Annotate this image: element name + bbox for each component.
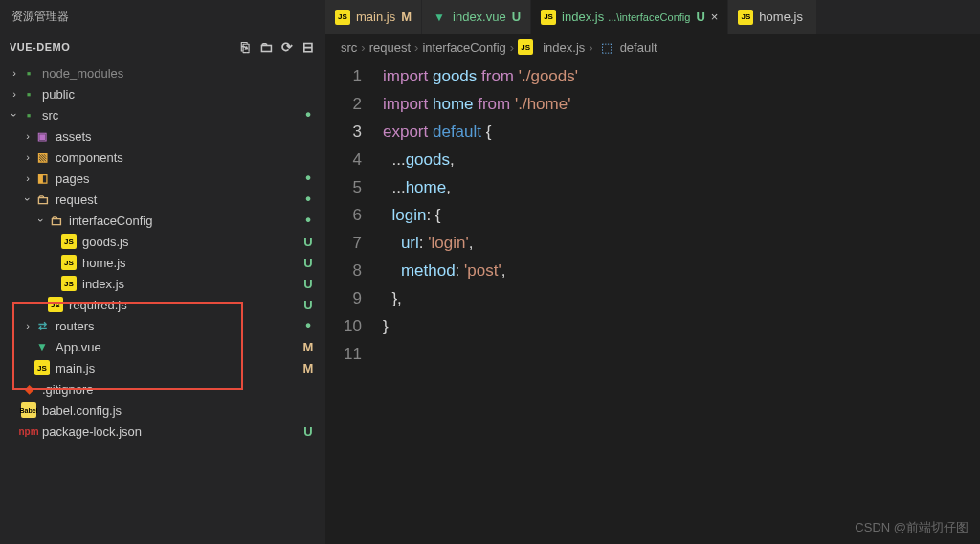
- collapse-icon[interactable]: ⊟: [301, 39, 316, 55]
- code-editor[interactable]: 1234567891011 import goods from './goods…: [325, 60, 980, 544]
- chevron-icon[interactable]: ›: [21, 172, 34, 184]
- js-icon: JS: [61, 276, 77, 291]
- chevron-icon[interactable]: ›: [9, 108, 20, 122]
- tab-index-js[interactable]: JSindex.js...\interfaceConfigU×: [531, 0, 728, 34]
- route-icon: ⇄: [34, 318, 50, 333]
- code-line[interactable]: import goods from './goods': [383, 62, 980, 90]
- vue-icon: ▼: [432, 10, 447, 25]
- code-line[interactable]: url: 'login',: [383, 229, 980, 257]
- folder-y-icon: 🗀: [34, 192, 50, 207]
- watermark: CSDN @前端切仔图: [855, 519, 969, 536]
- chevron-icon[interactable]: ›: [8, 67, 21, 79]
- line-number: 10: [325, 312, 362, 340]
- git-status: •: [301, 216, 316, 224]
- js-icon: JS: [34, 360, 50, 375]
- chevron-icon: ›: [510, 40, 514, 55]
- tree-item-request[interactable]: ›🗀request•: [0, 189, 325, 210]
- chevron-icon[interactable]: ›: [22, 193, 33, 206]
- code-line[interactable]: },: [383, 284, 980, 312]
- file-tree: ›▪node_modules›▪public›▪src•›▣assets›▧co…: [0, 60, 325, 544]
- tree-label: components: [56, 150, 316, 165]
- folder-icon: ▪: [21, 107, 36, 123]
- tree-label: request: [56, 193, 301, 207]
- tree-item-public[interactable]: ›▪public: [0, 83, 325, 104]
- tree-item-package-lock-json[interactable]: ›npmpackage-lock.jsonU: [0, 420, 325, 442]
- tab-status: U: [696, 10, 704, 24]
- breadcrumb-part[interactable]: request: [369, 40, 411, 55]
- line-number: 11: [325, 340, 362, 368]
- tree-item-node_modules[interactable]: ›▪node_modules: [0, 62, 325, 83]
- git-status: •: [301, 195, 316, 203]
- code-line[interactable]: [383, 340, 980, 368]
- tree-item-interfaceConfig[interactable]: ›🗀interfaceConfig•: [0, 210, 325, 231]
- code-line[interactable]: ...home,: [383, 173, 980, 201]
- tree-item-home-js[interactable]: ›JShome.jsU: [0, 252, 325, 273]
- tree-item-index-js[interactable]: ›JSindex.jsU: [0, 273, 325, 294]
- tree-item-required-js[interactable]: ›JSrequired.jsU: [0, 294, 325, 315]
- tree-item-main-js[interactable]: ›JSmain.jsM: [0, 357, 325, 378]
- tab-home-js[interactable]: JShome.js: [728, 0, 817, 34]
- project-header[interactable]: VUE-DEMO ⎘ 🗀 ⟳ ⊟: [0, 34, 325, 60]
- img-icon: ▣: [34, 128, 50, 144]
- chevron-icon[interactable]: ›: [35, 214, 47, 227]
- breadcrumb-file[interactable]: index.js: [543, 40, 585, 55]
- chevron-icon: ›: [589, 40, 592, 55]
- comp-icon: ▧: [34, 149, 50, 165]
- git-status: M: [301, 361, 316, 375]
- close-icon[interactable]: ×: [711, 10, 719, 24]
- tree-label: App.vue: [56, 340, 301, 354]
- pages-icon: ◧: [34, 170, 50, 186]
- git-status: •: [301, 174, 316, 182]
- tab-label: home.js: [759, 10, 803, 24]
- tree-item-components[interactable]: ›▧components: [0, 147, 325, 168]
- new-file-icon[interactable]: ⎘: [237, 39, 253, 55]
- git-status: U: [301, 277, 316, 291]
- code-line[interactable]: }: [383, 312, 980, 340]
- tree-label: interfaceConfig: [69, 214, 301, 228]
- project-name: VUE-DEMO: [10, 41, 232, 53]
- refresh-icon[interactable]: ⟳: [279, 39, 295, 55]
- symbol-icon: ⬚: [601, 40, 612, 55]
- tab-index-vue[interactable]: ▼index.vueU: [422, 0, 531, 34]
- tree-item-pages[interactable]: ›◧pages•: [0, 168, 325, 189]
- tree-label: pages: [56, 171, 301, 186]
- tree-label: main.js: [56, 361, 301, 375]
- tree-label: babel.config.js: [42, 403, 316, 418]
- tree-item-babel-config-js[interactable]: ›Babelbabel.config.js: [0, 399, 325, 420]
- line-number: 4: [325, 146, 362, 173]
- chevron-icon[interactable]: ›: [21, 130, 34, 142]
- editor-tabs: JSmain.jsM▼index.vueUJSindex.js...\inter…: [325, 0, 980, 34]
- chevron-icon[interactable]: ›: [21, 151, 34, 163]
- tree-label: home.js: [82, 256, 301, 270]
- tree-item-src[interactable]: ›▪src•: [0, 104, 325, 125]
- tab-main-js[interactable]: JSmain.jsM: [325, 0, 422, 34]
- code-text[interactable]: import goods from './goods'import home f…: [383, 62, 980, 544]
- tab-label: index.vue: [453, 10, 506, 24]
- tree-item-routers[interactable]: ›⇄routers•: [0, 315, 325, 336]
- breadcrumb-part[interactable]: src: [341, 40, 357, 55]
- chevron-icon[interactable]: ›: [8, 88, 21, 100]
- code-line[interactable]: export default {: [383, 118, 980, 146]
- code-line[interactable]: ...goods,: [383, 146, 980, 173]
- tree-item--gitignore[interactable]: ›◆.gitignore: [0, 378, 325, 399]
- chevron-icon: ›: [361, 40, 365, 55]
- new-folder-icon[interactable]: 🗀: [258, 39, 274, 55]
- code-line[interactable]: import home from './home': [383, 90, 980, 118]
- folder-icon: ▪: [21, 86, 36, 102]
- folder-icon: ▪: [21, 65, 36, 80]
- line-number: 1: [325, 62, 362, 90]
- code-line[interactable]: login: {: [383, 201, 980, 229]
- tree-item-assets[interactable]: ›▣assets: [0, 125, 325, 147]
- tree-item-App-vue[interactable]: ›▼App.vueM: [0, 336, 325, 357]
- breadcrumb-symbol[interactable]: default: [620, 40, 657, 55]
- line-number: 7: [325, 229, 362, 257]
- breadcrumb[interactable]: src›request›interfaceConfig›JSindex.js›⬚…: [325, 34, 980, 60]
- tree-item-goods-js[interactable]: ›JSgoods.jsU: [0, 231, 325, 252]
- tree-label: required.js: [69, 298, 301, 312]
- chevron-icon: ›: [414, 40, 418, 55]
- breadcrumb-part[interactable]: interfaceConfig: [422, 40, 505, 55]
- code-line[interactable]: method: 'post',: [383, 257, 980, 284]
- tab-suffix: ...\interfaceConfig: [608, 11, 690, 23]
- chevron-icon[interactable]: ›: [21, 320, 34, 331]
- tree-label: package-lock.json: [42, 424, 301, 439]
